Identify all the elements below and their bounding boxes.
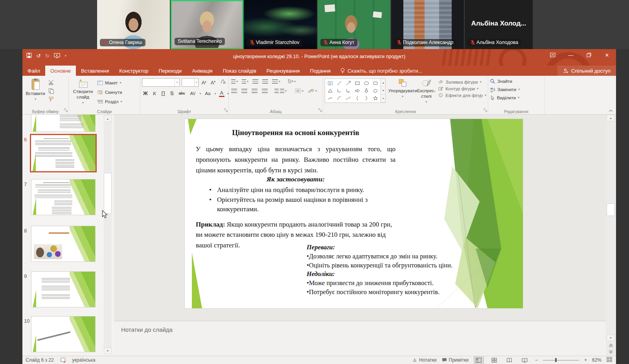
shape-fill-button[interactable]: Заливка фігури▾ xyxy=(438,79,486,84)
collapse-ribbon-button[interactable] xyxy=(609,109,613,113)
scroll-down-button[interactable]: ▼ xyxy=(607,335,615,341)
ribbon-display-options-button[interactable] xyxy=(544,49,562,61)
zoom-percentage[interactable]: 62% xyxy=(592,357,601,363)
font-name-dropdown[interactable]: ▾ xyxy=(175,79,179,86)
shape-oval-icon[interactable] xyxy=(364,80,369,86)
font-name-combo[interactable]: ▾ xyxy=(142,78,180,87)
quick-styles-button[interactable]: Експрес-стилі ▾ xyxy=(417,77,436,104)
slide-thumbnail-7[interactable] xyxy=(31,179,96,215)
increase-indent-button[interactable] xyxy=(261,79,269,84)
share-button[interactable]: Спільний доступ xyxy=(557,66,616,76)
layout-button[interactable]: Макет▾ xyxy=(97,79,122,87)
reset-button[interactable]: Скинути xyxy=(97,88,122,96)
numbering-button[interactable]: ▾ xyxy=(241,79,249,84)
font-name-input[interactable] xyxy=(142,79,175,86)
clipboard-dialog-launcher[interactable] xyxy=(64,106,68,113)
section-button[interactable]: Розділ▾ xyxy=(97,97,122,106)
decrease-indent-button[interactable] xyxy=(252,79,259,84)
shape-arc-icon[interactable] xyxy=(337,95,342,101)
shape-triangle-icon[interactable] xyxy=(327,88,333,93)
font-color-button[interactable]: А xyxy=(219,90,225,97)
bullets-button[interactable]: ▾ xyxy=(230,79,239,84)
convert-to-smartart-button[interactable]: ▾ xyxy=(307,88,318,94)
minimize-button[interactable]: — xyxy=(562,49,580,61)
select-button[interactable]: Виділити▾ xyxy=(490,93,543,102)
tab-slideshow[interactable]: Показ слайдів xyxy=(218,66,261,76)
shape-star-icon[interactable] xyxy=(373,95,378,101)
paste-dropdown[interactable]: ▾ xyxy=(35,97,36,101)
qat-customize-icon[interactable]: ▾ xyxy=(64,54,66,58)
slide-counter[interactable]: Слайд 6 з 22 xyxy=(26,357,54,363)
shape-elbow-arrow-icon[interactable] xyxy=(346,88,351,93)
shape-outline-button[interactable]: Контур фігури▾ xyxy=(438,86,486,91)
paste-button[interactable]: Вставити ▾ xyxy=(24,77,47,101)
participant-tile-albina[interactable]: Альбіна Холод... Альбіна Холодова xyxy=(465,0,533,49)
align-left-button[interactable] xyxy=(230,88,238,93)
vertical-scrollbar[interactable]: ▲ ▼ xyxy=(606,115,616,356)
start-slideshow-icon[interactable] xyxy=(54,53,60,59)
shapes-gallery[interactable] xyxy=(325,79,381,103)
slideshow-view-button[interactable] xyxy=(520,357,530,364)
participant-tile-anna[interactable]: Анна Когут xyxy=(318,0,390,49)
slide-paragraph[interactable]: У цьому випадку ціна визначається з урах… xyxy=(196,144,395,176)
tab-file[interactable]: Файл xyxy=(22,66,45,76)
thumbnail-scrollbar[interactable]: ▲ ▼ xyxy=(104,115,112,354)
align-center-button[interactable] xyxy=(241,88,248,93)
strikethrough-button[interactable]: abc xyxy=(177,90,186,97)
thumbnail-scrollbar-thumb[interactable] xyxy=(104,173,112,214)
scrollbar-thumb[interactable] xyxy=(607,203,615,216)
text-direction-button[interactable]: А▾ xyxy=(287,78,296,84)
italic-button[interactable]: К xyxy=(152,90,158,97)
paragraph-dialog-launcher[interactable] xyxy=(318,106,322,113)
slide-title[interactable]: Ціноутворення на основі конкурентів xyxy=(196,128,395,137)
zoom-slider-thumb[interactable] xyxy=(555,358,557,362)
tab-design[interactable]: Конструктор xyxy=(114,66,153,76)
shrink-font-button[interactable]: А▾ xyxy=(210,78,217,87)
copy-icon[interactable] xyxy=(48,88,54,94)
shape-rounded-rectangle-icon[interactable] xyxy=(373,80,378,86)
comments-toggle[interactable]: Примітки xyxy=(442,357,469,363)
font-size-input[interactable] xyxy=(182,79,194,86)
spell-check-button[interactable] xyxy=(60,357,66,363)
drawing-dialog-launcher[interactable] xyxy=(484,106,487,113)
grow-font-button[interactable]: А▴ xyxy=(200,78,208,87)
fit-to-window-button[interactable] xyxy=(607,357,612,363)
clear-formatting-button[interactable] xyxy=(219,79,227,86)
shape-arrow-icon[interactable] xyxy=(346,80,351,86)
format-painter-icon[interactable] xyxy=(48,97,54,102)
next-slide-button[interactable] xyxy=(607,349,615,355)
close-button[interactable]: ✕ xyxy=(598,49,616,61)
thumbnail-scroll-up-button[interactable]: ▲ xyxy=(104,115,112,122)
slide-thumbnail-6-selected[interactable] xyxy=(30,134,97,172)
replace-button[interactable]: abac Замінити▾ xyxy=(490,85,543,93)
slide-pros-cons[interactable]: Переваги: •Дозволяє легко адаптуватися д… xyxy=(307,243,478,297)
shape-textbox-icon[interactable] xyxy=(327,80,333,86)
slide-thumbnail-5[interactable] xyxy=(31,115,96,132)
shape-down-arrow-icon[interactable] xyxy=(364,88,369,93)
slide-sorter-view-button[interactable] xyxy=(489,357,499,364)
shape-curve-icon[interactable] xyxy=(346,95,351,101)
redo-icon[interactable]: ↻ xyxy=(45,53,50,59)
scroll-up-button[interactable]: ▲ xyxy=(607,115,615,121)
shape-scribble-icon[interactable] xyxy=(327,95,333,101)
participant-tile-podkolzin[interactable]: Подколзин Александр xyxy=(391,0,464,49)
character-spacing-button[interactable]: AV xyxy=(189,90,197,97)
tab-home[interactable]: Основне xyxy=(45,66,76,76)
shape-freeform-icon[interactable] xyxy=(373,88,378,93)
tab-transitions[interactable]: Переходи xyxy=(153,66,187,76)
tab-animations[interactable]: Анімація xyxy=(187,66,217,76)
text-shadow-button[interactable]: S xyxy=(169,90,175,97)
save-icon[interactable] xyxy=(26,53,32,59)
justify-button[interactable] xyxy=(261,88,269,93)
notes-toggle[interactable]: Нотатки xyxy=(412,357,436,363)
participant-tile-vladimir[interactable]: Vladimir Starozhilov xyxy=(244,0,317,49)
tab-view[interactable]: Подання xyxy=(305,66,336,76)
font-size-combo[interactable]: ▾ xyxy=(182,78,199,87)
shapes-gallery-more[interactable]: ▾ xyxy=(381,95,385,102)
slide-thumbnail-9[interactable] xyxy=(31,271,96,307)
notes-pane[interactable]: Нотатки до слайда xyxy=(114,321,606,356)
slide-thumbnail-10[interactable] xyxy=(31,316,96,352)
columns-button[interactable]: ▾ xyxy=(274,88,287,93)
participant-tile-olena[interactable]: Олена Гавриш xyxy=(97,0,170,49)
new-slide-dropdown[interactable]: ▾ xyxy=(82,101,84,105)
